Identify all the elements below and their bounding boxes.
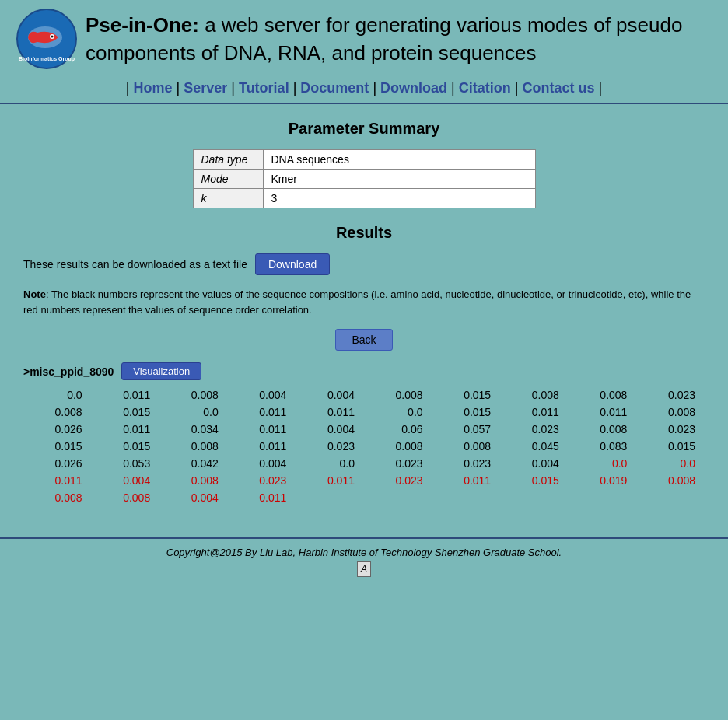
- data-cell-empty: [432, 489, 501, 506]
- data-cell: 0.015: [92, 404, 160, 421]
- copyright-text: Copyright@2015 By Liu Lab, Harbin Instit…: [8, 547, 720, 558]
- data-cell: 0.011: [23, 472, 92, 489]
- data-cell: 0.011: [92, 421, 160, 438]
- data-cell: 0.011: [296, 472, 364, 489]
- data-cell: 0.011: [228, 438, 296, 455]
- data-cell: 0.06: [364, 421, 432, 438]
- back-btn-container: Back: [23, 329, 705, 351]
- nav-sep4: |: [293, 80, 301, 96]
- data-cell: 0.008: [159, 472, 228, 489]
- data-cell: 0.008: [500, 386, 569, 404]
- data-cell: 0.011: [228, 489, 296, 506]
- data-grid: 0.00.0110.0080.0040.0040.0080.0150.0080.…: [23, 386, 705, 506]
- data-cell: 0.011: [228, 404, 296, 421]
- param-label: Mode: [193, 170, 263, 189]
- results-title: Results: [23, 224, 705, 242]
- data-cell: 0.026: [23, 455, 92, 472]
- data-cell: 0.023: [636, 386, 705, 404]
- data-cell: 0.042: [159, 455, 228, 472]
- logo: BioInformatics Group: [16, 8, 78, 70]
- data-cell: 0.008: [636, 404, 705, 421]
- data-cell: 0.008: [364, 438, 432, 455]
- main-content: Parameter Summary Data typeDNA sequences…: [0, 104, 728, 530]
- nav-home[interactable]: Home: [133, 80, 172, 96]
- sequence-header: >misc_ppid_8090 Visualization: [23, 362, 705, 380]
- data-cell: 0.004: [159, 489, 228, 506]
- data-cell: 0.0: [364, 404, 432, 421]
- sequence-id: >misc_ppid_8090: [23, 365, 114, 378]
- data-cell-empty: [296, 489, 364, 506]
- note-bold: Note: [23, 288, 46, 300]
- data-cell: 0.011: [500, 404, 569, 421]
- data-cell: 0.057: [432, 421, 501, 438]
- data-cell: 0.011: [92, 386, 160, 404]
- footer-icon: A: [357, 561, 371, 577]
- data-cell: 0.0: [159, 404, 228, 421]
- data-cell: 0.015: [500, 472, 569, 489]
- data-cell: 0.053: [92, 455, 160, 472]
- data-cell: 0.015: [432, 404, 501, 421]
- nav-tutorial[interactable]: Tutorial: [239, 80, 289, 96]
- data-cell: 0.023: [364, 472, 432, 489]
- data-cell: 0.008: [569, 421, 637, 438]
- param-table: Data typeDNA sequencesModeKmerk3: [193, 149, 536, 208]
- site-title-bold: Pse-in-One:: [86, 13, 199, 37]
- svg-point-3: [51, 36, 54, 38]
- param-value: 3: [263, 189, 535, 208]
- data-cell: 0.004: [228, 455, 296, 472]
- site-title: Pse-in-One: a web server for generating …: [86, 11, 712, 68]
- data-cell: 0.004: [500, 455, 569, 472]
- data-cell: 0.008: [432, 438, 501, 455]
- data-cell: 0.008: [159, 438, 228, 455]
- visualization-button[interactable]: Visualization: [121, 362, 201, 380]
- data-cell: 0.023: [636, 421, 705, 438]
- data-cell: 0.0: [296, 455, 364, 472]
- data-cell: 0.015: [23, 438, 92, 455]
- note-text: Note: The black numbers represent the va…: [23, 287, 705, 317]
- sequence-section: >misc_ppid_8090 Visualization 0.00.0110.…: [23, 362, 705, 506]
- data-cell: 0.023: [296, 438, 364, 455]
- param-value: DNA sequences: [263, 150, 535, 170]
- data-cell: 0.0: [23, 386, 92, 404]
- data-cell: 0.004: [228, 386, 296, 404]
- data-cell: 0.0: [636, 455, 705, 472]
- data-cell: 0.023: [228, 472, 296, 489]
- download-button[interactable]: Download: [255, 253, 330, 275]
- data-cell: 0.011: [228, 421, 296, 438]
- data-cell: 0.026: [23, 421, 92, 438]
- data-cell: 0.004: [296, 386, 364, 404]
- data-cell: 0.015: [432, 386, 501, 404]
- nav-citation[interactable]: Citation: [459, 80, 511, 96]
- param-label: Data type: [193, 150, 263, 170]
- data-cell: 0.008: [364, 386, 432, 404]
- nav-sep8: |: [599, 80, 603, 96]
- data-cell: 0.008: [23, 404, 92, 421]
- download-text: These results can be downloaded as a tex…: [23, 258, 247, 271]
- navigation-bar: | Home | Server | Tutorial | Document | …: [0, 74, 728, 104]
- data-cell: 0.0: [569, 455, 637, 472]
- data-cell: 0.015: [92, 438, 160, 455]
- param-table-row: Data typeDNA sequences: [193, 150, 535, 170]
- param-table-row: ModeKmer: [193, 170, 535, 189]
- data-cell: 0.083: [569, 438, 637, 455]
- data-cell: 0.008: [636, 472, 705, 489]
- nav-download[interactable]: Download: [380, 80, 447, 96]
- back-button[interactable]: Back: [335, 329, 392, 351]
- nav-contact[interactable]: Contact us: [522, 80, 594, 96]
- data-cell: 0.008: [92, 489, 160, 506]
- data-cell: 0.008: [569, 386, 637, 404]
- param-value: Kmer: [263, 170, 535, 189]
- nav-sep2: |: [177, 80, 184, 96]
- nav-server[interactable]: Server: [184, 80, 227, 96]
- data-cell-empty: [636, 489, 705, 506]
- data-cell: 0.034: [159, 421, 228, 438]
- data-cell: 0.008: [159, 386, 228, 404]
- data-cell: 0.008: [23, 489, 92, 506]
- nav-document[interactable]: Document: [300, 80, 369, 96]
- data-cell: 0.015: [636, 438, 705, 455]
- data-cell: 0.023: [500, 421, 569, 438]
- data-cell: 0.011: [296, 404, 364, 421]
- data-cell: 0.011: [569, 404, 637, 421]
- nav-sep6: |: [451, 80, 459, 96]
- param-label: k: [193, 189, 263, 208]
